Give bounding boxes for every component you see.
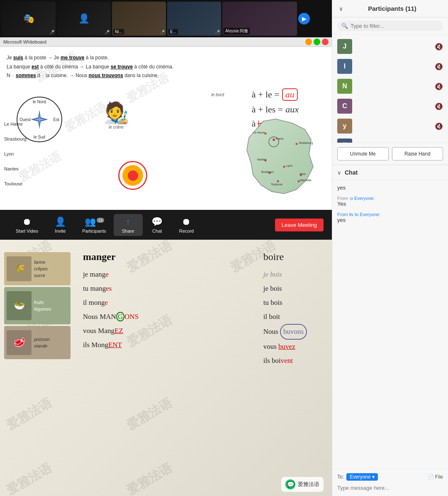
- svg-text:Bordeaux: Bordeaux: [261, 170, 274, 173]
- panel-chevron[interactable]: ∨: [339, 5, 343, 12]
- panel-header: ∨ Participants (11): [332, 0, 448, 17]
- food-photos: 🌾 farine crêpes sucre 🥗 fruits légumes: [4, 252, 79, 359]
- bottom-photo: 爱雅法语 爱雅法语 爱雅法语 爱雅法语 爱雅法语 爱雅法语 爱雅法语 爱雅法语 …: [0, 240, 332, 496]
- from-label-2: From liv to Everyone:: [337, 212, 380, 217]
- mic-muted-icon-3: 🎤: [160, 30, 165, 34]
- chat-chevron[interactable]: ∨: [337, 170, 341, 176]
- raise-hand-button[interactable]: Raise Hand: [392, 147, 443, 160]
- havre-line: Le Havre: [4, 122, 41, 126]
- search-box: 🔍: [332, 17, 448, 35]
- le-crane-label: le crâne: [95, 125, 137, 129]
- mic-muted-j: 🔇: [435, 43, 443, 51]
- svg-text:Nantes: Nantes: [257, 158, 267, 161]
- close-button[interactable]: [322, 39, 329, 45]
- chat-input[interactable]: [337, 483, 443, 493]
- maximize-button[interactable]: [314, 39, 320, 45]
- french-text-block: Je suis à la poste → Je me trouve à la p…: [7, 53, 325, 80]
- participants-button[interactable]: 👥11 Participants: [75, 214, 113, 236]
- crepes-label: crêpes: [34, 266, 68, 271]
- character-figure: 🧑‍🎨 le crâne: [95, 101, 137, 142]
- city-labels: Le Havre Strasbourg Lyon Nantes: [4, 122, 41, 191]
- wechat-badge: 💬 爱雅法语: [281, 477, 324, 492]
- avatar-c: C: [337, 99, 352, 114]
- scroll-right-button[interactable]: ▶: [298, 13, 310, 24]
- participants-title: Participants (11): [343, 5, 441, 12]
- chat-message-2: From :o Everyone: Yes: [337, 196, 443, 207]
- svg-text:Toulouse: Toulouse: [271, 183, 282, 186]
- est-label: Est: [54, 117, 59, 122]
- food-group-1: 🌾 farine crêpes sucre: [4, 252, 71, 285]
- food-group-2: 🥗 fruits légumes: [4, 287, 71, 324]
- list-item: 井 ne 🔇: [332, 136, 448, 143]
- search-input[interactable]: [351, 23, 439, 29]
- wechat-icon: 💬: [285, 479, 295, 489]
- invite-icon: 👤: [55, 216, 66, 227]
- to-everyone-1: :o Everyone:: [349, 196, 375, 201]
- record-button[interactable]: ⏺ Record: [172, 214, 201, 236]
- list-item: C 🔇: [332, 96, 448, 116]
- file-icon: 📄: [428, 474, 434, 480]
- manger-section: manger je mange tu manges il monge Nous …: [83, 248, 139, 352]
- chat-button[interactable]: 💬 Chat: [143, 214, 172, 236]
- svg-text:Marseille: Marseille: [300, 179, 312, 182]
- paris-dot: [273, 139, 275, 141]
- mic-muted-i: 🔇: [435, 63, 443, 71]
- photo-content: 爱雅法语 爱雅法语 爱雅法语 爱雅法语 爱雅法语 爱雅法语 爱雅法语 爱雅法语 …: [0, 240, 332, 496]
- chat-icon: 💬: [151, 216, 163, 227]
- leave-meeting-button[interactable]: Leave Meeting: [275, 219, 324, 231]
- strasbourg-line: Strasbourg: [4, 136, 41, 141]
- participants-list: J 🔇 I 🔇 N 🔇 C 🔇 y 🔇 井 ne 🔇: [332, 35, 448, 143]
- video-thumb-4: E... 🎤: [167, 2, 221, 36]
- svg-text:Le Havre: Le Havre: [253, 131, 265, 134]
- chat-message-1: yes: [337, 185, 443, 191]
- start-video-button[interactable]: ⏺ Start Video: [8, 214, 46, 236]
- file-button[interactable]: 📄 File: [428, 474, 443, 480]
- unmute-me-button[interactable]: Unmute Me: [337, 147, 389, 160]
- ouest-label: Ouest: [19, 117, 31, 122]
- video-thumb-2: 👤 🎤: [57, 2, 111, 36]
- invite-label: Invite: [55, 229, 66, 233]
- legumes-label: légumes: [34, 306, 68, 311]
- list-item: y 🔇: [332, 116, 448, 136]
- to-label: To:: [337, 474, 344, 480]
- participants-label: Participants: [82, 229, 106, 233]
- sucre-label: sucre: [34, 273, 68, 278]
- search-icon: 🔍: [341, 23, 348, 29]
- minimize-button[interactable]: [305, 39, 312, 45]
- participant-name-4: E...: [168, 29, 178, 34]
- video-icon: ⏺: [22, 216, 32, 227]
- panel-actions: Unmute Me Raise Hand: [332, 143, 448, 165]
- avatar-j: J: [337, 39, 352, 54]
- svg-point-9: [277, 180, 279, 182]
- video-thumb-1: 🎭 🎤: [2, 2, 56, 36]
- vous-mangez: vous MangEZ: [83, 324, 139, 338]
- lyon-line: Lyon: [4, 151, 41, 156]
- mic-muted-c: 🔇: [435, 102, 443, 110]
- chat-label: Chat: [152, 229, 162, 233]
- nous-mangeons: Nous MANGONS: [83, 310, 139, 324]
- whiteboard-titlebar: Microsoft Whiteboard: [0, 37, 332, 47]
- svg-text:Nice: Nice: [300, 173, 306, 175]
- record-icon: ⏺: [182, 216, 191, 227]
- participants-icon: 👥11: [85, 216, 103, 227]
- fruits-label: fruits: [34, 300, 68, 305]
- avatar-jing: 井: [337, 139, 352, 143]
- video-strip: 🎭 🎤 👤 🎤 Ni... 🎤 E... 🎤 Aloysia 阿雅 ▶: [0, 0, 332, 37]
- toulouse-line: Toulouse: [4, 181, 41, 186]
- aux-text: aux: [285, 104, 299, 115]
- everyone-dropdown[interactable]: Everyone ▾: [346, 473, 378, 481]
- video-thumb-5: Aloysia 阿雅: [222, 2, 297, 36]
- chat-to-row: To: Everyone ▾ 📄 File: [337, 473, 443, 481]
- list-item: I 🔇: [332, 56, 448, 76]
- tu-manges: tu manges: [83, 282, 139, 296]
- invite-button[interactable]: 👤 Invite: [46, 214, 75, 236]
- whiteboard-content: 爱雅法语 爱雅法语 爱雅法语 爱雅法语 Je suis à la poste →…: [0, 47, 332, 208]
- nord-label: le Nord: [33, 100, 46, 104]
- ils-mangent: ils MongENT: [83, 338, 139, 352]
- je-bois-display: je bois: [263, 267, 307, 282]
- arrow-indicator: →: [0, 113, 1, 122]
- manger-title: manger: [83, 248, 139, 266]
- boire-section: boire je bois je bois tu bois il boit No…: [263, 248, 307, 368]
- share-button[interactable]: ↑ Share: [114, 214, 143, 236]
- share-icon: ↑: [126, 216, 130, 227]
